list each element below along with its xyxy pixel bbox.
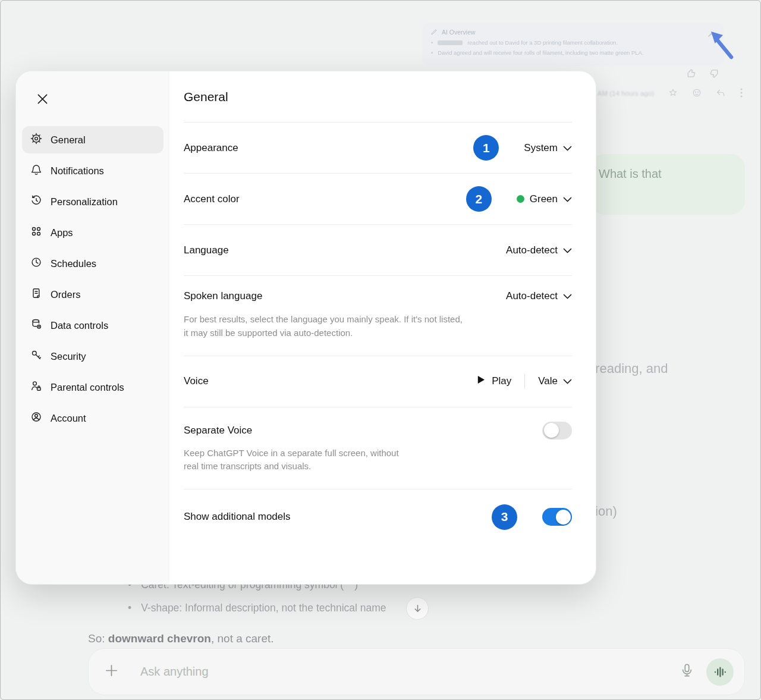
close-button[interactable] [32,89,53,111]
emoji-icon[interactable] [692,88,702,99]
sidebar-item-label: Orders [51,289,80,300]
voice-label: Voice [184,375,209,387]
sidebar-item-label: Notifications [51,165,104,177]
sidebar-item-personalization[interactable]: Personalization [22,188,163,215]
annotation-arrow-icon [707,29,738,66]
key-icon [30,349,42,363]
bell-icon [30,164,42,178]
separate-voice-label: Separate Voice [184,425,252,437]
accent-color-dropdown[interactable]: Green [517,193,572,205]
spoken-language-dropdown[interactable]: Auto-detect [506,290,572,302]
apps-grid-icon [30,225,42,240]
person-circle-icon [30,411,42,425]
gear-icon [30,133,42,147]
spoken-language-note: For best results, select the language yo… [184,313,468,340]
settings-panel: General Appearance 1 System Accent color… [169,71,596,584]
more-options-icon[interactable] [740,88,743,99]
close-icon [37,93,48,107]
separate-voice-row: Separate Voice Keep ChatGPT Voice in a s… [184,407,572,490]
clock-icon [30,256,42,271]
ai-overview-bullet: David agreed and will receive four rolls… [438,49,643,56]
thumbs-up-icon[interactable] [685,68,697,81]
play-icon [477,375,485,387]
language-row: Language Auto-detect [184,225,572,276]
app-window: AI Overview reached out to David for a 3… [0,0,761,700]
appearance-dropdown[interactable]: System [524,142,572,154]
ai-overview-title: AI Overview [442,29,476,36]
spoken-language-row: Spoken language Auto-detect For best res… [184,276,572,356]
show-additional-models-row: Show additional models 3 [184,489,572,544]
chevron-down-icon [563,375,572,387]
spoken-language-label: Spoken language [184,290,262,302]
separate-voice-toggle[interactable] [542,422,572,440]
sidebar-item-orders[interactable]: Orders [22,281,163,308]
annotation-badge-2: 2 [466,186,492,212]
sidebar-item-general[interactable]: General [22,126,163,153]
sidebar-item-schedules[interactable]: Schedules [22,250,163,277]
database-icon [30,318,42,332]
chevron-down-icon [563,244,572,256]
settings-modal: General Notifications Personalization Ap… [15,71,596,585]
sidebar-item-label: Personalization [51,196,118,208]
user-message-bubble: What is that [590,154,745,215]
reply-icon[interactable] [716,89,726,99]
separate-voice-note: Keep ChatGPT Voice in a separate full sc… [184,447,414,474]
voice-mode-button[interactable] [706,658,734,686]
sidebar-item-label: Security [51,351,86,362]
settings-nav: General Notifications Personalization Ap… [22,126,163,432]
assistant-text-fragment: freading, and [592,361,668,376]
sidebar-item-label: Data controls [51,320,108,331]
divider [524,374,525,389]
appearance-label: Appearance [184,142,238,154]
sidebar-item-account[interactable]: Account [22,404,163,432]
assistant-list-item: V-shape: Informal description, not the t… [128,602,386,614]
appearance-row: Appearance 1 System [184,123,572,174]
show-additional-models-label: Show additional models [184,511,291,523]
sidebar-item-parental-controls[interactable]: Parental controls [22,373,163,401]
ai-overview-card: AI Overview reached out to David for a 3… [423,23,724,66]
chevron-down-icon [563,193,572,205]
chevron-down-icon [563,290,572,302]
pencil-icon [431,28,438,36]
sidebar-item-label: General [51,134,86,146]
message-composer[interactable]: Ask anything [88,648,745,695]
voice-play-button[interactable]: Play [477,375,511,387]
chevron-down-icon [563,142,572,154]
composer-input[interactable]: Ask anything [140,665,668,679]
scroll-to-bottom-button[interactable] [406,597,429,620]
assistant-conclusion-text: So: downward chevron, not a caret. [88,632,274,645]
toggle-knob [544,423,559,438]
language-label: Language [184,244,229,256]
green-dot-icon [517,195,524,203]
voice-dropdown[interactable]: Vale [538,375,572,387]
person-lock-icon [30,380,42,394]
microphone-icon[interactable] [681,664,693,680]
redacted-name [438,40,463,45]
ai-overview-bullet: reached out to David for a 3D printing f… [467,39,618,46]
page-title: General [184,71,572,123]
accent-color-row: Accent color 2 Green [184,174,572,225]
user-message-text: What is that [599,167,662,180]
sidebar-item-security[interactable]: Security [22,343,163,370]
sidebar-item-data-controls[interactable]: Data controls [22,312,163,339]
language-dropdown[interactable]: Auto-detect [506,244,572,256]
star-icon[interactable] [668,88,678,99]
settings-sidebar: General Notifications Personalization Ap… [16,71,169,584]
attach-plus-icon[interactable] [105,664,118,679]
sidebar-item-notifications[interactable]: Notifications [22,157,163,184]
receipt-icon [30,287,42,302]
sidebar-item-label: Account [51,413,86,424]
annotation-badge-1: 1 [473,135,499,161]
annotation-badge-3: 3 [492,504,517,530]
toggle-knob [556,510,571,525]
accent-color-label: Accent color [184,193,240,205]
personalization-icon [30,194,42,209]
sidebar-item-label: Schedules [51,258,96,269]
sidebar-item-apps[interactable]: Apps [22,219,163,246]
voice-row: Voice Play Vale [184,356,572,407]
sidebar-item-label: Apps [51,227,73,238]
show-additional-models-toggle[interactable] [542,508,572,526]
thumbs-down-icon[interactable] [709,68,720,81]
sidebar-item-label: Parental controls [51,382,124,393]
